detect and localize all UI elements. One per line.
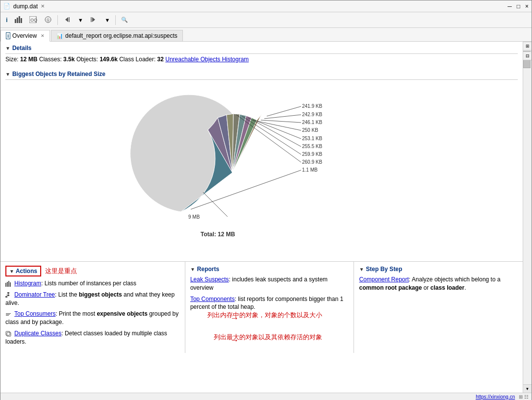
scroll-track[interactable] bbox=[523, 50, 532, 384]
oql-icon: OQL bbox=[29, 16, 37, 24]
componentreport-bold1: common root package bbox=[359, 284, 422, 291]
dominator-icon bbox=[5, 291, 13, 298]
svg-line-18 bbox=[257, 121, 301, 130]
title-close-icon[interactable]: ✕ bbox=[41, 3, 45, 9]
chart-container: 241.9 KB 242.9 KB 246.1 KB 250 KB bbox=[115, 89, 409, 251]
unreachable-link[interactable]: Unreachable Objects Histogram bbox=[165, 56, 249, 63]
content-area: ▼ Details Size: 12 MB Classes: 3.5k Obje… bbox=[0, 42, 532, 393]
componentreport-bold2: class loader bbox=[431, 284, 464, 291]
svg-rect-42 bbox=[6, 313, 11, 314]
tab-overview-icon: i bbox=[6, 32, 10, 39]
minimize-btn[interactable]: ─ bbox=[507, 3, 512, 10]
size-label: Size: bbox=[5, 56, 19, 63]
details-section: ▼ Details Size: 12 MB Classes: 3.5k Obje… bbox=[0, 42, 523, 68]
classloader-label: Class Loader: bbox=[119, 56, 155, 63]
svg-text:250 KB: 250 KB bbox=[302, 127, 318, 133]
details-divider bbox=[5, 53, 518, 54]
svg-rect-35 bbox=[8, 281, 9, 287]
svg-line-20 bbox=[253, 120, 301, 139]
scroll-down-btn[interactable]: ▼ bbox=[523, 384, 532, 393]
svg-rect-33 bbox=[5, 283, 6, 287]
details-line: Size: 12 MB Classes: 3.5k Objects: 149.6… bbox=[5, 56, 518, 63]
svg-rect-3 bbox=[21, 18, 22, 23]
svg-marker-8 bbox=[65, 17, 68, 22]
actions-annotation: 这里是重点 bbox=[45, 267, 77, 275]
details-arrow: ▼ bbox=[5, 46, 10, 51]
actions-panel-header-row: ▼ Actions 这里是重点 bbox=[5, 266, 180, 276]
svg-text:9 MB: 9 MB bbox=[188, 214, 200, 220]
biggest-title: Biggest Objects by Retained Size bbox=[12, 71, 105, 77]
histogram-item: Histogram: Lists number of instances per… bbox=[5, 279, 180, 288]
svg-text:255.5 KB: 255.5 KB bbox=[302, 144, 322, 149]
toolbar: i OQL ① ▼ bbox=[0, 12, 532, 28]
search-button[interactable]: 🔍 bbox=[119, 15, 130, 25]
svg-line-30 bbox=[203, 192, 228, 217]
nav-fwd-icon bbox=[90, 16, 98, 24]
leaksuspects-item: Leak Suspects: includes leak suspects an… bbox=[190, 275, 349, 292]
objects-value: 149.6k bbox=[100, 56, 118, 63]
search-icon: 🔍 bbox=[121, 17, 128, 23]
svg-rect-34 bbox=[7, 282, 8, 287]
reports-title: Reports bbox=[197, 266, 219, 273]
svg-rect-37 bbox=[7, 292, 9, 294]
topcomponents-item: Top Components: list reports for compone… bbox=[190, 295, 349, 312]
right-icon-bar: ⊞ ⊟ bbox=[523, 42, 532, 60]
tab-default-report[interactable]: 📊 default_report org.eclipse.mat.api:sus… bbox=[51, 30, 183, 41]
tab-report-icon: 📊 bbox=[56, 33, 63, 39]
svg-rect-41 bbox=[5, 296, 7, 298]
details-header: ▼ Details bbox=[5, 45, 518, 51]
topconsumers-link[interactable]: Top Consumers bbox=[14, 310, 55, 317]
actions-header-box: ▼ Actions bbox=[5, 266, 41, 276]
tab-overview[interactable]: i Overview ✕ bbox=[0, 30, 50, 42]
svg-text:Total: 12 MB: Total: 12 MB bbox=[201, 231, 235, 238]
stepbystep-arrow: ▼ bbox=[359, 267, 364, 272]
classes-button[interactable]: ① bbox=[42, 15, 54, 25]
topcomponents-link[interactable]: Top Components bbox=[190, 296, 235, 302]
reports-arrow: ▼ bbox=[190, 267, 195, 272]
status-bar: https://xinxiong.cn ⊞ ☷ bbox=[0, 393, 532, 400]
chart-button[interactable] bbox=[12, 15, 25, 25]
stepbystep-header: ▼ Step By Step bbox=[359, 266, 518, 273]
svg-line-12 bbox=[267, 106, 301, 116]
actions-title: Actions bbox=[16, 268, 37, 275]
svg-text:246.1 KB: 246.1 KB bbox=[302, 120, 322, 125]
size-value: 12 MB bbox=[20, 56, 37, 63]
actions-arrow: ▼ bbox=[9, 269, 14, 274]
svg-text:253.1 KB: 253.1 KB bbox=[302, 136, 322, 141]
oql-button[interactable]: OQL bbox=[27, 15, 40, 25]
tab-bar: i Overview ✕ 📊 default_report org.eclips… bbox=[0, 28, 532, 42]
reports-header: ▼ Reports bbox=[190, 266, 349, 273]
duplicateclasses-link[interactable]: Duplicate Classes bbox=[14, 330, 61, 337]
componentreport-desc2: or bbox=[422, 284, 430, 291]
right-icon-1[interactable]: ⊞ bbox=[523, 42, 532, 50]
tab-default-report-label: default_report org.eclipse.mat.api:suspe… bbox=[65, 32, 177, 39]
info-button[interactable]: i bbox=[3, 15, 10, 25]
svg-text:①: ① bbox=[46, 18, 50, 23]
nav-fwd-button[interactable] bbox=[88, 15, 101, 25]
dominator-link[interactable]: Dominator Tree bbox=[14, 291, 55, 298]
scrollbar[interactable]: ▲ ▼ bbox=[523, 42, 532, 393]
nav-fwd-dropdown[interactable]: ▼ bbox=[102, 16, 113, 25]
componentreport-item: Component Report: Analyze objects which … bbox=[359, 275, 518, 292]
leaksuspects-link[interactable]: Leak Suspects bbox=[190, 276, 229, 283]
svg-rect-43 bbox=[6, 314, 10, 315]
componentreport-link[interactable]: Component Report bbox=[359, 276, 408, 283]
dropdown-button[interactable]: ▼ bbox=[76, 16, 86, 25]
nav-back-button[interactable] bbox=[61, 15, 74, 25]
chart-area: 241.9 KB 242.9 KB 246.1 KB 250 KB bbox=[5, 82, 518, 258]
close-btn[interactable]: × bbox=[525, 3, 529, 10]
right-icon-2[interactable]: ⊟ bbox=[523, 51, 532, 60]
histogram-icon bbox=[5, 280, 13, 287]
histogram-link[interactable]: Histogram bbox=[14, 280, 41, 287]
classes-value: 3.5k bbox=[63, 56, 75, 63]
barchart-icon bbox=[15, 16, 23, 24]
topconsumers-icon bbox=[5, 310, 13, 317]
svg-rect-1 bbox=[17, 18, 18, 23]
dominator-desc: : List the bbox=[55, 291, 79, 298]
scroll-content[interactable]: ▼ Details Size: 12 MB Classes: 3.5k Obje… bbox=[0, 42, 523, 393]
separator-1 bbox=[57, 15, 58, 25]
componentreport-desc3: . bbox=[464, 284, 466, 291]
tab-overview-close[interactable]: ✕ bbox=[41, 33, 45, 38]
status-link[interactable]: https://xinxiong.cn bbox=[476, 394, 515, 400]
maximize-btn[interactable]: □ bbox=[517, 3, 520, 10]
